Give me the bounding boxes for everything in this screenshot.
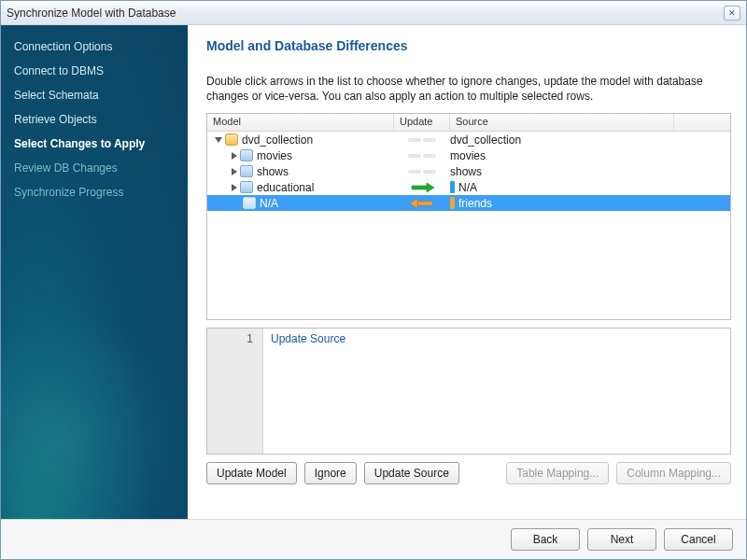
wizard-footer: Back Next Cancel — [1, 519, 746, 559]
column-header-end — [674, 114, 730, 131]
expand-toggle-icon[interactable] — [215, 137, 222, 143]
diff-tree: Model Update Source dvd_collection — [206, 113, 731, 320]
update-arrow-none-icon[interactable] — [406, 167, 438, 176]
tree-model-label: N/A — [260, 197, 278, 210]
tree-source-label: shows — [450, 165, 482, 178]
status-flag-icon — [450, 197, 455, 209]
svg-marker-1 — [427, 183, 434, 192]
detail-line-number: 1 — [247, 332, 253, 345]
next-button[interactable]: Next — [587, 528, 656, 551]
column-header-model[interactable]: Model — [207, 114, 394, 131]
database-icon — [225, 133, 238, 146]
column-mapping-button: Column Mapping... — [616, 462, 731, 484]
table-mapping-button: Table Mapping... — [506, 462, 609, 484]
detail-body[interactable]: Update Source — [263, 329, 730, 454]
sidebar-item-select-changes[interactable]: Select Changes to Apply — [1, 132, 188, 156]
update-source-button[interactable]: Update Source — [364, 462, 459, 484]
expand-toggle-icon[interactable] — [232, 152, 237, 160]
update-arrow-left-icon[interactable] — [406, 198, 438, 209]
close-button[interactable]: ✕ — [724, 6, 740, 21]
diff-tree-body[interactable]: dvd_collection dvd_collection movies — [207, 132, 730, 319]
wizard-sidebar: Connection Options Connect to DBMS Selec… — [1, 25, 188, 519]
tree-row[interactable]: educational N/A — [207, 179, 730, 195]
back-button[interactable]: Back — [511, 528, 580, 551]
page-description: Double click arrows in the list to choos… — [206, 74, 711, 104]
update-arrow-none-icon[interactable] — [406, 135, 438, 145]
page-heading: Model and Database Differences — [206, 38, 731, 53]
tree-row[interactable]: N/A friends — [207, 195, 730, 211]
table-icon — [240, 149, 253, 161]
table-icon — [243, 197, 256, 209]
sidebar-item-select-schemata[interactable]: Select Schemata — [1, 83, 188, 107]
tree-source-label: friends — [458, 197, 492, 210]
window-body: Connection Options Connect to DBMS Selec… — [1, 25, 746, 519]
sidebar-item-connection-options[interactable]: Connection Options — [1, 35, 188, 59]
diff-tree-header: Model Update Source — [207, 114, 730, 132]
titlebar[interactable]: Synchronize Model with Database ✕ — [1, 1, 746, 25]
detail-gutter: 1 — [207, 329, 263, 454]
tree-source-label: N/A — [458, 181, 477, 194]
status-flag-icon — [450, 181, 455, 193]
svg-marker-3 — [410, 199, 417, 208]
tree-model-label: educational — [257, 181, 314, 194]
ignore-button[interactable]: Ignore — [304, 462, 357, 484]
tree-row[interactable]: movies movies — [207, 147, 730, 163]
tree-row[interactable]: shows shows — [207, 163, 730, 179]
tree-model-label: movies — [257, 149, 292, 162]
detail-panel: 1 Update Source — [206, 328, 731, 455]
update-model-button[interactable]: Update Model — [206, 462, 297, 484]
tree-source-label: movies — [450, 149, 486, 162]
expand-toggle-icon[interactable] — [232, 168, 237, 175]
sidebar-item-connect-dbms[interactable]: Connect to DBMS — [1, 59, 188, 83]
svg-rect-2 — [417, 202, 432, 205]
action-button-row: Update Model Ignore Update Source Table … — [206, 462, 731, 484]
close-icon: ✕ — [728, 8, 736, 18]
expand-toggle-icon[interactable] — [232, 184, 237, 191]
sidebar-item-synchronize-progress[interactable]: Synchronize Progress — [1, 180, 188, 204]
content-pane: Model and Database Differences Double cl… — [188, 25, 746, 519]
cancel-button[interactable]: Cancel — [664, 528, 733, 551]
tree-row[interactable]: dvd_collection dvd_collection — [207, 132, 730, 147]
table-icon — [240, 181, 253, 193]
table-icon — [240, 165, 253, 177]
tree-source-label: dvd_collection — [450, 133, 521, 147]
svg-rect-0 — [412, 186, 427, 189]
column-header-update[interactable]: Update — [394, 114, 450, 131]
update-arrow-none-icon[interactable] — [406, 151, 438, 161]
tree-model-label: shows — [257, 165, 289, 178]
tree-model-label: dvd_collection — [242, 133, 313, 147]
update-arrow-right-icon[interactable] — [406, 182, 438, 193]
sidebar-item-review-db-changes[interactable]: Review DB Changes — [1, 156, 188, 180]
sidebar-item-retrieve-objects[interactable]: Retrieve Objects — [1, 107, 188, 132]
column-header-source[interactable]: Source — [450, 114, 674, 131]
window-title: Synchronize Model with Database — [7, 7, 724, 20]
detail-text: Update Source — [271, 332, 345, 345]
window: Synchronize Model with Database ✕ Connec… — [0, 0, 747, 560]
